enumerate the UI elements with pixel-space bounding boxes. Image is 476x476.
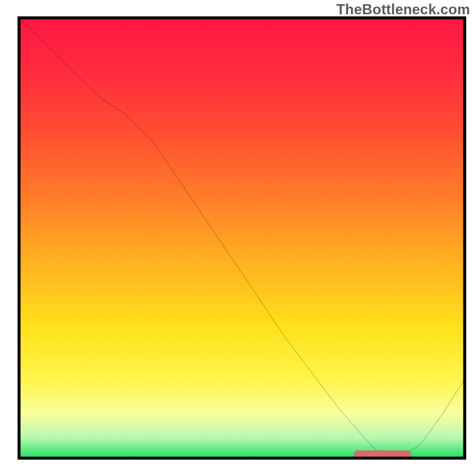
plot-area [19, 18, 465, 458]
watermark-label: TheBottleneck.com [336, 1, 470, 18]
bottleneck-chart [0, 0, 476, 476]
chart-stage: TheBottleneck.com [0, 0, 476, 476]
